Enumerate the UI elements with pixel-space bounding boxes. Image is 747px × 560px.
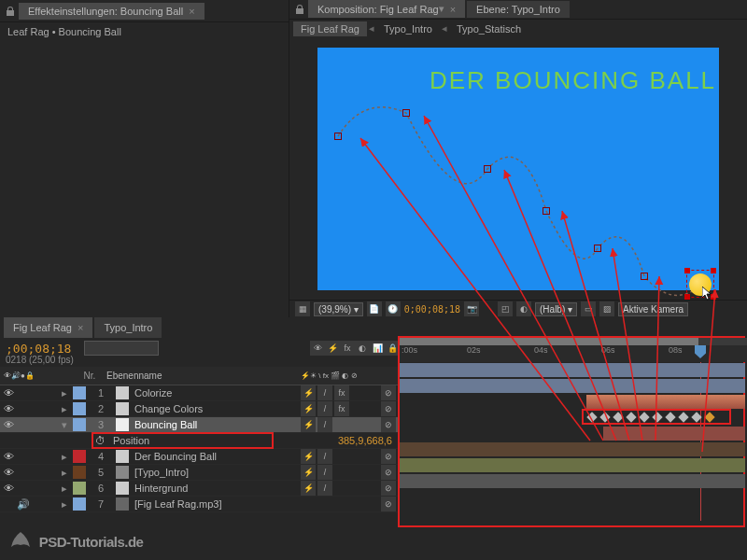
motion-point[interactable] xyxy=(334,133,342,140)
cti-head[interactable] xyxy=(695,345,706,358)
keyframe-selected[interactable] xyxy=(704,412,714,422)
switch-icon[interactable]: ⚡ xyxy=(325,341,340,356)
viewer-time[interactable]: 0;00;08;18 xyxy=(404,304,460,315)
camera-dropdown[interactable]: Aktive Kamera xyxy=(618,302,688,316)
twirl-icon[interactable]: ▸ xyxy=(58,467,71,479)
layer-color[interactable] xyxy=(73,466,86,479)
layer-bar[interactable] xyxy=(603,427,745,441)
twirl-icon[interactable]: ▸ xyxy=(58,451,71,463)
layer-row[interactable]: 👁 ▸ 6 Hintergrund ⚡/⊘ xyxy=(0,481,400,497)
property-name[interactable]: Position xyxy=(109,435,338,446)
keyframe[interactable] xyxy=(652,412,662,422)
eye-icon[interactable]: 👁 xyxy=(4,451,14,462)
keyframe[interactable] xyxy=(586,412,597,422)
keyframe[interactable] xyxy=(678,412,688,422)
viewport[interactable]: DER BOUNCING BALL xyxy=(289,38,747,300)
layer-color[interactable] xyxy=(73,497,86,511)
search-input[interactable] xyxy=(84,341,159,356)
view-icon[interactable]: ▭ xyxy=(581,301,596,316)
blur-icon[interactable]: ◐ xyxy=(355,341,370,356)
layer-row-selected[interactable]: 👁 ▾ 3 Bouncing Ball ⚡/⊘ xyxy=(0,417,400,433)
close-icon[interactable]: × xyxy=(450,4,456,15)
layer-name[interactable]: Colorize xyxy=(131,387,297,399)
mask-icon[interactable]: ◐ xyxy=(516,301,531,316)
region-icon[interactable]: ◰ xyxy=(498,301,513,316)
layer-row[interactable]: 👁 ▸ 2 Change Colors ⚡/fx⊘ xyxy=(0,401,400,417)
motion-point[interactable] xyxy=(594,245,601,252)
resolution-dropdown[interactable]: (Halb) ▾ xyxy=(535,302,577,316)
layer-color[interactable] xyxy=(73,450,86,463)
layer-bar[interactable] xyxy=(400,442,745,456)
keyframe[interactable] xyxy=(665,412,675,422)
layer-name[interactable]: Hintergrund xyxy=(131,483,297,494)
page-icon[interactable]: 📄 xyxy=(367,301,382,316)
eye-icon[interactable]: 👁 xyxy=(4,483,14,494)
work-area[interactable] xyxy=(400,338,747,345)
motion-point[interactable] xyxy=(402,109,410,117)
timeline-tracks[interactable]: :00s 02s 04s 06s 08s xyxy=(400,338,747,525)
layer-color[interactable] xyxy=(73,418,86,431)
twirl-icon[interactable]: ▸ xyxy=(58,498,71,511)
layer-name[interactable]: Der Bouncing Ball xyxy=(131,451,297,462)
clock-icon[interactable]: 🕐 xyxy=(386,301,401,316)
shy-icon[interactable]: 👁 xyxy=(310,341,325,356)
eye-icon[interactable]: 👁 xyxy=(4,387,14,399)
tl-tab-1[interactable]: Fig Leaf Rag× xyxy=(4,317,92,338)
grid-icon[interactable]: ▦ xyxy=(295,301,310,316)
time-ruler[interactable]: :00s 02s 04s 06s 08s xyxy=(400,345,747,362)
canvas[interactable]: DER BOUNCING BALL xyxy=(317,48,719,290)
eye-icon[interactable]: 👁 xyxy=(4,419,14,430)
layer-name[interactable]: [Fig Leaf Rag.mp3] xyxy=(131,498,297,510)
motion-point[interactable] xyxy=(484,165,491,173)
twirl-icon[interactable]: ▸ xyxy=(58,387,71,399)
twirl-icon[interactable]: ▸ xyxy=(58,483,71,495)
layer-name[interactable]: Bouncing Ball xyxy=(131,419,297,430)
layer-color[interactable] xyxy=(73,402,86,415)
close-icon[interactable]: × xyxy=(189,6,194,17)
layer-row[interactable]: 👁 ▸ 5 [Typo_Intro] ⚡/⊘ xyxy=(0,465,400,481)
lock-icon xyxy=(295,5,304,14)
stopwatch-icon[interactable]: ⏱ xyxy=(92,435,109,446)
keyframe[interactable] xyxy=(626,412,636,422)
eye-icon[interactable]: 👁 xyxy=(4,467,14,478)
keyframe[interactable] xyxy=(599,412,610,422)
snapshot-icon[interactable]: 📷 xyxy=(464,301,479,316)
motion-point[interactable] xyxy=(543,207,550,215)
layer-color[interactable] xyxy=(73,482,86,495)
layer-row[interactable]: 👁 ▸ 1 Colorize ⚡/fx⊘ xyxy=(0,385,400,401)
layer-bar[interactable] xyxy=(400,474,745,488)
effects-tab[interactable]: Effekteinstellungen: Bouncing Ball× xyxy=(19,3,204,20)
layer-bar[interactable] xyxy=(400,379,745,393)
comp-tab-1[interactable]: Komposition: Fig Leaf Rag ▾× xyxy=(308,0,465,18)
audio-icon[interactable]: 🔊 xyxy=(17,498,30,511)
fx-icon[interactable]: fx xyxy=(340,341,355,356)
twirl-icon[interactable]: ▾ xyxy=(58,419,71,431)
layer-name[interactable]: [Typo_Intro] xyxy=(131,467,297,478)
zoom-dropdown[interactable]: (39,9%) ▾ xyxy=(314,302,363,316)
keyframe[interactable] xyxy=(613,412,623,422)
layer-row[interactable]: 👁 ▸ 4 Der Bouncing Ball ⚡/⊘ xyxy=(0,449,400,465)
twirl-icon[interactable]: ▸ xyxy=(58,403,71,415)
crumb-3[interactable]: Typo_Statisch xyxy=(449,21,529,36)
transparency-icon[interactable]: ▨ xyxy=(599,301,614,316)
crumb-2[interactable]: Typo_Intro xyxy=(376,21,440,36)
tl-tab-2[interactable]: Typo_Intro xyxy=(94,317,162,338)
motion-point[interactable] xyxy=(641,273,648,280)
layer-bar[interactable] xyxy=(400,363,745,377)
property-value[interactable]: 385,9,668,6 xyxy=(338,435,400,446)
solid-layer-icon xyxy=(116,482,129,495)
layer-name[interactable]: Change Colors xyxy=(131,403,297,414)
lock-icon[interactable]: 🔒 xyxy=(385,341,400,356)
layer-bar[interactable] xyxy=(400,458,745,472)
comp-tab-2[interactable]: Ebene: Typo_Intro xyxy=(467,1,570,18)
cursor-icon xyxy=(702,287,717,301)
keyframe[interactable] xyxy=(639,412,649,422)
eye-icon[interactable]: 👁 xyxy=(4,403,14,414)
property-row[interactable]: ⏱ Position 385,9,668,6 xyxy=(0,433,400,449)
graph-icon[interactable]: 📊 xyxy=(370,341,385,356)
keyframe[interactable] xyxy=(691,412,701,422)
crumb-1[interactable]: Fig Leaf Rag xyxy=(293,21,367,36)
layer-color[interactable] xyxy=(73,386,86,399)
layer-bar[interactable] xyxy=(586,395,745,409)
layer-row[interactable]: 🔊 ▸ 7 [Fig Leaf Rag.mp3] ⊘ xyxy=(0,497,400,512)
